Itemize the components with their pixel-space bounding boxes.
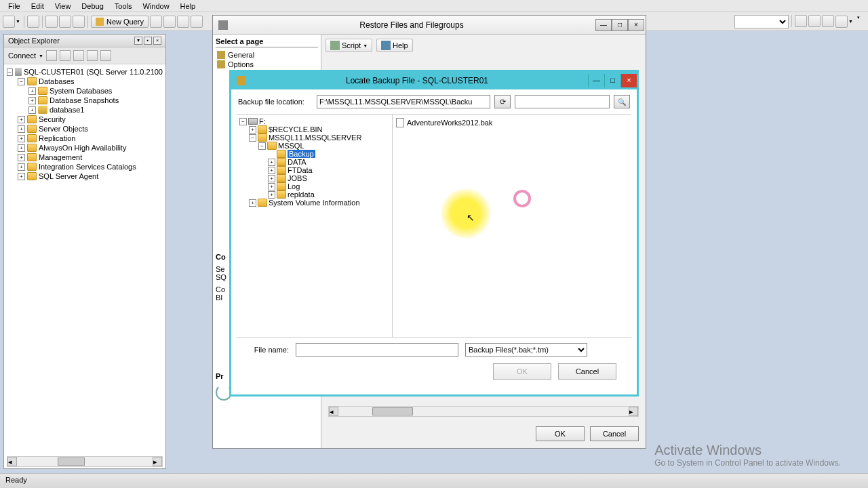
tb-parse-icon[interactable] [835, 16, 848, 28]
object-explorer-tree[interactable]: −SQL-CLUSTER01 (SQL Server 11.0.2100 −Da… [4, 64, 165, 464]
close-icon[interactable]: × [628, 19, 644, 31]
svi-node[interactable]: System Volume Information [269, 199, 360, 207]
recycle-node[interactable]: $RECYCLE.BIN [269, 125, 322, 134]
security-node[interactable]: Security [39, 115, 66, 123]
scrollbar-left-icon[interactable]: ◂ [7, 457, 17, 466]
expander-icon[interactable]: + [18, 116, 25, 123]
locate-titlebar[interactable]: Locate Backup File - SQL-CLUSTER01 — □ × [231, 72, 637, 89]
expander-icon[interactable]: + [28, 87, 36, 95]
scrollbar-thumb[interactable] [372, 407, 413, 415]
tb-save-all-icon[interactable] [73, 16, 85, 28]
menu-edit[interactable]: Edit [26, 1, 50, 12]
maximize-icon[interactable]: □ [612, 19, 628, 31]
menu-tools[interactable]: Tools [109, 1, 138, 12]
tb-execute-icon[interactable] [795, 15, 807, 27]
expander-icon[interactable]: + [18, 163, 25, 171]
system-databases-node[interactable]: System Databases [50, 87, 112, 95]
minimize-icon[interactable]: — [588, 74, 604, 87]
chevron-down-icon[interactable]: ▼ [848, 19, 854, 24]
locate-ok-button[interactable]: OK [493, 363, 551, 380]
expander-icon[interactable]: + [18, 125, 25, 133]
repldata-node[interactable]: repldata [288, 190, 315, 199]
tb-save-icon[interactable] [59, 16, 71, 28]
database-snapshots-node[interactable]: Database Snapshots [50, 96, 119, 104]
scrollbar-right-icon[interactable]: ▸ [153, 457, 162, 466]
database1-node[interactable]: database1 [50, 106, 84, 114]
expander-icon[interactable]: + [18, 173, 25, 180]
oe-h-scrollbar[interactable]: ◂ ▸ [7, 456, 163, 467]
menu-help[interactable]: Help [175, 1, 201, 12]
sql-agent-node[interactable]: SQL Server Agent [39, 172, 98, 180]
locate-cancel-button[interactable]: Cancel [558, 363, 616, 380]
oe-dropdown-icon[interactable]: ▾ [134, 37, 142, 45]
tb-query1-icon[interactable] [150, 16, 162, 28]
server-node[interactable]: SQL-CLUSTER01 (SQL Server 11.0.2100 [24, 68, 163, 76]
menu-view[interactable]: View [50, 1, 77, 12]
backup-location-input[interactable] [317, 95, 490, 108]
tb-stop-icon[interactable] [822, 15, 834, 27]
menu-debug[interactable]: Debug [76, 1, 108, 12]
menu-window[interactable]: Window [137, 1, 174, 12]
menu-file[interactable]: File [3, 1, 26, 12]
expander-icon[interactable]: − [249, 134, 256, 142]
stop-icon[interactable] [73, 50, 84, 61]
expander-icon[interactable]: + [268, 183, 275, 190]
expander-icon[interactable]: + [18, 154, 25, 161]
refresh-icon[interactable] [87, 50, 98, 61]
mssql-node[interactable]: MSSQL [278, 142, 304, 150]
tb-query4-icon[interactable] [191, 16, 203, 28]
expander-icon[interactable]: − [239, 118, 247, 125]
tb-open-icon[interactable] [27, 16, 39, 28]
disconnect-icon[interactable] [60, 50, 71, 61]
expander-icon[interactable]: + [18, 144, 25, 152]
jobs-node[interactable]: JOBS [288, 174, 307, 182]
ftdata-node[interactable]: FTData [288, 166, 313, 174]
tb-query2-icon[interactable] [163, 16, 176, 28]
refresh-location-button[interactable]: ⟳ [494, 95, 511, 108]
script-button[interactable]: Script▼ [326, 39, 372, 52]
search-button[interactable]: 🔍 [614, 95, 630, 108]
replication-node[interactable]: Replication [39, 134, 75, 142]
maximize-icon[interactable]: □ [604, 74, 620, 87]
chevron-down-icon[interactable]: ▼ [15, 19, 21, 24]
minimize-icon[interactable]: — [595, 19, 612, 31]
scrollbar-left-icon[interactable]: ◂ [329, 407, 338, 416]
restore-cancel-button[interactable]: Cancel [590, 426, 639, 441]
oe-close-icon[interactable]: × [153, 37, 161, 45]
tb-new-project-icon[interactable] [3, 16, 15, 28]
connect-icon[interactable] [46, 50, 57, 61]
new-query-button[interactable]: New Query [91, 16, 149, 28]
tb-open-file-icon[interactable] [45, 16, 58, 28]
help-button[interactable]: Help [376, 39, 413, 52]
toolbar-overflow-icon[interactable]: ▾ [855, 15, 861, 28]
restore-titlebar[interactable]: Restore Files and Filegroups — □ × [213, 16, 646, 35]
restore-ok-button[interactable]: OK [536, 426, 585, 441]
expander-icon[interactable]: + [18, 135, 25, 142]
connect-label[interactable]: Connect [8, 52, 36, 60]
expander-icon[interactable]: + [268, 167, 275, 174]
tb-query3-icon[interactable] [177, 16, 189, 28]
expander-icon[interactable]: + [249, 126, 256, 134]
expander-icon[interactable]: − [18, 78, 25, 85]
file-item[interactable]: AdventureWorks2012.bak [395, 117, 629, 128]
oe-pin-icon[interactable]: ▪ [144, 37, 152, 45]
file-type-select[interactable]: Backup Files(*.bak;*.tm) [465, 343, 587, 357]
filter-input[interactable] [515, 95, 610, 108]
server-objects-node[interactable]: Server Objects [39, 125, 88, 133]
expander-icon[interactable]: + [268, 191, 275, 199]
log-node[interactable]: Log [288, 182, 300, 190]
expander-icon[interactable]: + [28, 97, 36, 104]
integration-services-node[interactable]: Integration Services Catalogs [39, 163, 136, 171]
restore-h-scrollbar[interactable]: ◂ ▸ [328, 406, 639, 417]
alwayson-node[interactable]: AlwaysOn High Availability [39, 144, 126, 152]
scrollbar-thumb[interactable] [58, 458, 85, 466]
database-combo[interactable] [734, 15, 789, 28]
expander-icon[interactable]: + [28, 106, 36, 114]
chevron-down-icon[interactable]: ▼ [39, 54, 43, 58]
file-list[interactable]: AdventureWorks2012.bak [393, 115, 631, 337]
folder-tree[interactable]: −F: +$RECYCLE.BIN −MSSQL11.MSSQLSERVER −… [237, 115, 393, 337]
page-general[interactable]: General [216, 50, 318, 60]
filter-icon[interactable] [100, 50, 111, 61]
scrollbar-right-icon[interactable]: ▸ [629, 407, 638, 416]
expander-icon[interactable]: + [268, 175, 275, 182]
